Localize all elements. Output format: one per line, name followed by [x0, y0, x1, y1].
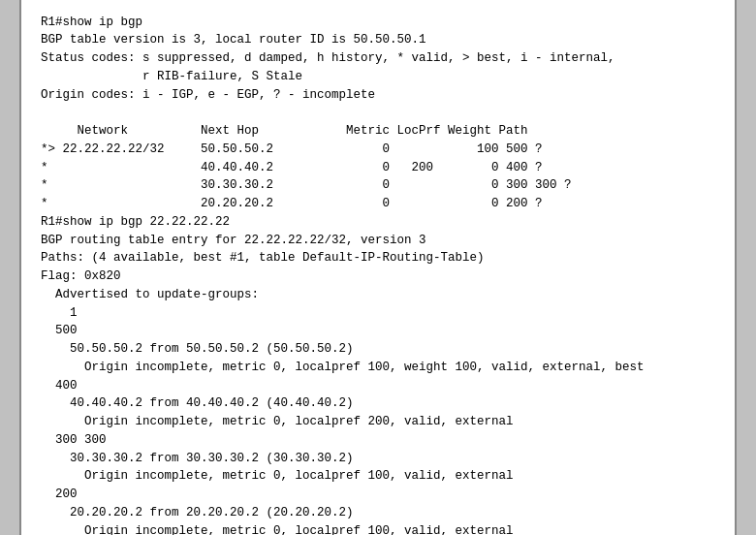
terminal-line-12: BGP routing table entry for 22.22.22.22/… — [41, 232, 715, 250]
terminal-line-25: Origin incomplete, metric 0, localpref 1… — [41, 467, 715, 486]
terminal-line-24: 30.30.30.2 from 30.30.30.2 (30.30.30.2) — [41, 450, 715, 468]
terminal-line-5 — [41, 104, 715, 122]
terminal-line-27: 20.20.20.2 from 20.20.20.2 (20.20.20.2) — [41, 504, 715, 522]
terminal-line-26: 200 — [41, 486, 715, 504]
terminal-line-11: R1#show ip bgp 22.22.22.22 — [41, 213, 715, 232]
terminal-line-18: 50.50.50.2 from 50.50.50.2 (50.50.50.2) — [41, 340, 715, 359]
terminal-line-17: 500 — [41, 322, 715, 340]
terminal-line-16: 1 — [41, 304, 715, 323]
terminal-line-8: * 40.40.40.2 0 200 0 400 ? — [41, 159, 715, 177]
terminal-line-20: 400 — [41, 377, 715, 395]
terminal-line-2: Status codes: s suppressed, d damped, h … — [41, 49, 715, 68]
terminal-line-0: R1#show ip bgp — [41, 14, 715, 32]
terminal-line-10: * 20.20.20.2 0 0 200 ? — [41, 195, 715, 213]
terminal-line-6: Network Next Hop Metric LocPrf Weight Pa… — [41, 122, 715, 141]
terminal-line-21: 40.40.40.2 from 40.40.40.2 (40.40.40.2) — [41, 394, 715, 413]
terminal-output: R1#show ip bgpBGP table version is 3, lo… — [19, 0, 737, 535]
terminal-line-13: Paths: (4 available, best #1, table Defa… — [41, 249, 715, 268]
terminal-line-4: Origin codes: i - IGP, e - EGP, ? - inco… — [41, 86, 715, 105]
terminal-line-28: Origin incomplete, metric 0, localpref 1… — [41, 522, 715, 536]
terminal-line-22: Origin incomplete, metric 0, localpref 2… — [41, 413, 715, 431]
terminal-line-7: *> 22.22.22.22/32 50.50.50.2 0 100 500 ? — [41, 141, 715, 159]
terminal-line-19: Origin incomplete, metric 0, localpref 1… — [41, 359, 715, 377]
terminal-line-9: * 30.30.30.2 0 0 300 300 ? — [41, 176, 715, 195]
terminal-line-1: BGP table version is 3, local router ID … — [41, 31, 715, 49]
terminal-line-3: r RIB-failure, S Stale — [41, 68, 715, 86]
terminal-line-14: Flag: 0x820 — [41, 268, 715, 286]
terminal-line-15: Advertised to update-groups: — [41, 286, 715, 304]
terminal-line-23: 300 300 — [41, 431, 715, 450]
